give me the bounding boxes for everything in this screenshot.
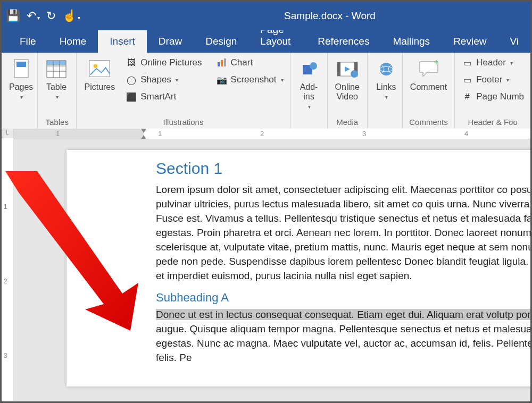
comment-button[interactable]: + Comment — [407, 56, 450, 94]
shapes-button[interactable]: ◯Shapes▾ — [123, 73, 204, 87]
pages-button[interactable]: Pages ▾ — [6, 56, 36, 102]
quick-access-toolbar: 💾 ↶▾ ↻ ☝▾ — [6, 9, 80, 23]
tab-view-cut[interactable]: Vi — [498, 30, 530, 53]
smartart-icon: ⬛ — [126, 91, 137, 102]
ribbon: Pages ▾ Table ▾ Tables Pictures — [2, 53, 530, 129]
group-label-tables: Tables — [42, 116, 72, 128]
screenshot-button[interactable]: 📷Screenshot▾ — [214, 73, 286, 87]
group-label-comments: Comments — [407, 116, 450, 128]
footer-icon: ▭ — [461, 74, 473, 85]
paragraph-2[interactable]: Donec ut est in lectus consequat consequ… — [156, 308, 530, 365]
group-label-headerfooter: Header & Foo — [459, 116, 526, 128]
group-comments: + Comment Comments — [403, 53, 455, 129]
pictures-button[interactable]: Pictures — [81, 56, 118, 94]
group-pages: Pages ▾ — [2, 53, 38, 129]
svg-rect-11 — [221, 60, 223, 66]
links-icon — [375, 58, 397, 80]
video-icon — [336, 58, 359, 80]
group-media: Online Video Media — [328, 53, 368, 129]
group-addins: Add-ins ▾ — [290, 53, 328, 129]
window-title: Sample.docx - Word — [284, 10, 376, 22]
svg-point-20 — [380, 63, 393, 75]
tab-home[interactable]: Home — [48, 30, 98, 53]
comment-icon: + — [418, 58, 440, 80]
footer-button[interactable]: ▭Footer▾ — [459, 73, 526, 87]
chart-button[interactable]: Chart — [214, 56, 286, 70]
vertical-ruler[interactable]: 1 2 3 — [2, 139, 13, 401]
svg-point-9 — [94, 64, 98, 68]
document-area[interactable]: Section 1 Lorem ipsum dolor sit amet, co… — [13, 139, 530, 401]
page-number-icon: # — [461, 91, 473, 102]
group-header-footer: ▭Header▾ ▭Footer▾ #Page Numb Header & Fo… — [455, 53, 530, 129]
svg-rect-12 — [224, 58, 226, 66]
tab-review[interactable]: Review — [442, 30, 498, 53]
svg-rect-1 — [16, 62, 26, 67]
addins-icon — [298, 58, 320, 80]
group-illustrations: Pictures 🖼Online Pictures ◯Shapes▾ ⬛Smar… — [77, 53, 290, 129]
pictures-icon — [88, 58, 111, 80]
tab-mailings[interactable]: Mailings — [381, 30, 442, 53]
undo-icon[interactable]: ↶▾ — [27, 9, 40, 23]
group-tables: Table ▾ Tables — [38, 53, 77, 129]
header-icon: ▭ — [461, 57, 473, 68]
ribbon-tabs: File Home Insert Draw Design Page Layout… — [2, 30, 530, 53]
online-pictures-button[interactable]: 🖼Online Pictures — [123, 56, 204, 70]
header-button[interactable]: ▭Header▾ — [459, 56, 526, 70]
addins-button[interactable]: Add-ins ▾ — [295, 56, 323, 112]
tab-design[interactable]: Design — [194, 30, 248, 53]
links-button[interactable]: Links ▾ — [372, 56, 401, 102]
shapes-icon: ◯ — [126, 74, 137, 85]
document-page[interactable]: Section 1 Lorem ipsum dolor sit amet, co… — [66, 150, 530, 387]
table-icon — [45, 58, 68, 80]
tab-references[interactable]: References — [306, 30, 381, 53]
heading-section-1[interactable]: Section 1 — [156, 159, 530, 178]
heading-subheading-a[interactable]: Subheading A — [156, 291, 530, 305]
selected-text[interactable]: Donec ut est in lectus consequat consequ… — [156, 309, 530, 320]
group-links: Links ▾ — [368, 53, 403, 129]
tab-insert[interactable]: Insert — [98, 30, 147, 53]
svg-text:+: + — [434, 60, 438, 66]
online-video-button[interactable]: Online Video — [332, 56, 363, 104]
page-number-button[interactable]: #Page Numb — [459, 90, 526, 104]
horizontal-ruler[interactable] — [13, 129, 530, 139]
group-label-media: Media — [332, 116, 363, 128]
svg-point-14 — [310, 62, 317, 70]
svg-rect-16 — [337, 62, 340, 76]
screenshot-icon: 📷 — [216, 74, 228, 85]
svg-rect-10 — [218, 62, 220, 66]
save-icon[interactable]: 💾 — [6, 9, 20, 23]
pages-icon — [10, 58, 32, 80]
group-label-illustrations: Illustrations — [81, 116, 285, 128]
touch-mode-icon[interactable]: ☝▾ — [62, 9, 80, 23]
smartart-button[interactable]: ⬛SmartArt — [123, 90, 204, 104]
tab-file[interactable]: File — [8, 30, 48, 53]
redo-icon[interactable]: ↻ — [46, 9, 56, 23]
tab-draw[interactable]: Draw — [147, 30, 194, 53]
chart-icon — [216, 57, 228, 68]
online-pictures-icon: 🖼 — [126, 57, 137, 68]
table-button[interactable]: Table ▾ — [42, 56, 71, 102]
svg-rect-7 — [47, 61, 66, 65]
title-bar: 💾 ↶▾ ↻ ☝▾ Sample.docx - Word — [2, 2, 530, 30]
svg-point-19 — [351, 70, 358, 78]
ruler-corner[interactable]: L — [2, 129, 13, 138]
paragraph-1[interactable]: Lorem ipsum dolor sit amet, consectetuer… — [156, 183, 530, 283]
